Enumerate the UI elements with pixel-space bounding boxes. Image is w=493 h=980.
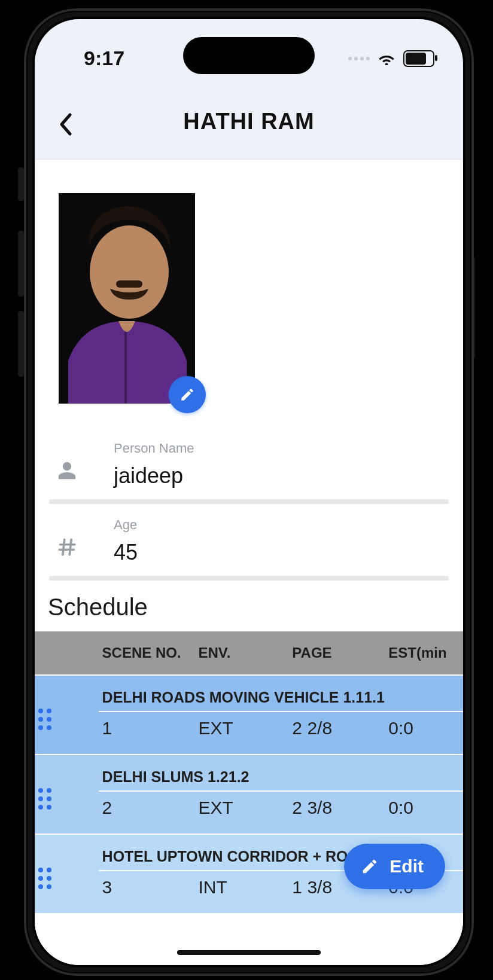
table-row-values[interactable]: 2 EXT 2 3/8 0:0 [35, 791, 463, 834]
row-title: DELHI SLUMS 1.21.2 [99, 755, 463, 791]
grip-icon [38, 868, 95, 889]
person-photo[interactable] [59, 193, 195, 404]
cell-scene: 3 [99, 871, 195, 913]
field-underline [49, 499, 449, 504]
person-name-value: jaideep [114, 463, 449, 489]
pencil-icon [179, 387, 195, 402]
field-underline [49, 576, 449, 581]
side-button [18, 231, 24, 297]
status-time: 9:17 [84, 47, 124, 70]
cell-scene: 1 [99, 712, 195, 755]
wifi-icon [378, 52, 395, 65]
age-value: 45 [114, 540, 449, 565]
col-scene[interactable]: SCENE NO. [99, 631, 195, 675]
edit-button-label: Edit [389, 856, 424, 877]
table-row[interactable]: DELHI ROADS MOVING VEHICLE 1.11.1 [35, 675, 463, 712]
cell-scene: 2 [99, 791, 195, 834]
battery-icon [403, 50, 434, 67]
side-button [18, 311, 24, 377]
page-title: HATHI RAM [35, 109, 463, 135]
col-page[interactable]: PAGE [288, 631, 385, 675]
cell-page: 2 3/8 [288, 791, 385, 834]
app-header: HATHI RAM [35, 92, 463, 160]
drag-handle[interactable] [35, 834, 99, 913]
home-indicator[interactable] [177, 950, 321, 955]
person-icon [55, 459, 79, 483]
content-area: Person Name jaideep Age 45 [35, 160, 463, 965]
hash-icon [55, 535, 79, 559]
edit-button[interactable]: Edit [344, 844, 445, 889]
col-env[interactable]: ENV. [194, 631, 288, 675]
cell-est: 0:0 [385, 712, 463, 755]
table-row[interactable]: DELHI SLUMS 1.21.2 [35, 755, 463, 791]
drag-handle[interactable] [35, 755, 99, 834]
cellular-dots-icon [348, 57, 370, 60]
cell-env: EXT [194, 712, 288, 755]
drag-handle[interactable] [35, 675, 99, 755]
person-name-field[interactable]: Person Name jaideep [49, 441, 449, 504]
svg-point-1 [90, 225, 169, 319]
age-label: Age [114, 517, 449, 533]
status-bar: 9:17 [35, 19, 463, 92]
col-est[interactable]: EST(min [385, 631, 463, 675]
age-field[interactable]: Age 45 [49, 517, 449, 581]
device-frame: 9:17 HATHI RAM [24, 8, 474, 976]
cell-page: 2 2/8 [288, 712, 385, 755]
edit-photo-button[interactable] [169, 376, 206, 413]
table-row-values[interactable]: 1 EXT 2 2/8 0:0 [35, 712, 463, 755]
svg-rect-2 [116, 280, 142, 288]
side-button [18, 167, 24, 201]
schedule-heading: Schedule [48, 594, 463, 621]
pencil-icon [361, 857, 379, 875]
grip-icon [38, 709, 95, 730]
table-header-row: SCENE NO. ENV. PAGE EST(min [35, 631, 463, 675]
cell-env: EXT [194, 791, 288, 834]
cell-est: 0:0 [385, 791, 463, 834]
row-title: DELHI ROADS MOVING VEHICLE 1.11.1 [99, 675, 463, 712]
cell-env: INT [194, 871, 288, 913]
grip-icon [38, 788, 95, 810]
person-name-label: Person Name [114, 441, 449, 456]
